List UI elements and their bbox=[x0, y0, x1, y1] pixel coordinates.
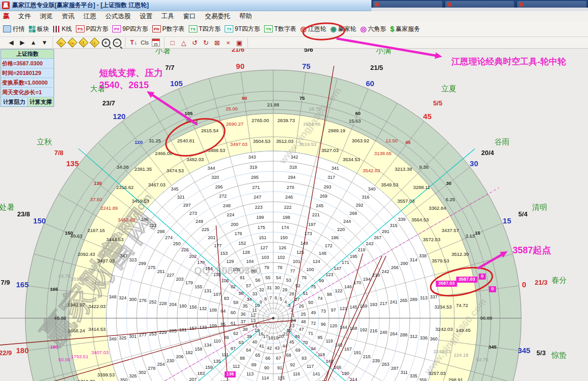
svg-text:336: 336 bbox=[420, 335, 428, 340]
gann-wheel-chart[interactable]: 赢家财富网www.yingjia360.comwww.yingjia360.co… bbox=[0, 0, 588, 381]
svg-text:149.45: 149.45 bbox=[456, 327, 471, 333]
forward-button[interactable]: ▶ bbox=[17, 37, 27, 48]
svg-text:3063.92: 3063.92 bbox=[352, 138, 369, 143]
svg-text:151: 151 bbox=[259, 235, 267, 240]
svg-text:20/4: 20/4 bbox=[481, 149, 494, 157]
pan-down-button[interactable]: ↓ bbox=[90, 37, 100, 48]
t-sort-button[interactable]: T↓ bbox=[129, 37, 139, 48]
svg-text:37.50: 37.50 bbox=[90, 197, 102, 202]
svg-text:118: 118 bbox=[318, 352, 325, 357]
svg-text:97: 97 bbox=[331, 308, 336, 313]
svg-text:3242.03: 3242.03 bbox=[435, 326, 452, 332]
svg-text:6: 6 bbox=[275, 295, 277, 300]
pan-right-button[interactable]: → bbox=[67, 37, 77, 48]
dollar-icon: $ bbox=[390, 25, 394, 33]
calendar-button[interactable]: 21 bbox=[151, 37, 161, 48]
svg-text:2241.89: 2241.89 bbox=[101, 205, 118, 211]
menu-item-8[interactable]: 交易委托 bbox=[200, 11, 235, 22]
svg-text:167: 167 bbox=[344, 347, 352, 352]
svg-text:3497.03: 3497.03 bbox=[230, 141, 247, 147]
svg-text:292: 292 bbox=[356, 203, 363, 208]
menu-item-3[interactable]: 江恩 bbox=[79, 11, 101, 22]
svg-text:75: 75 bbox=[302, 62, 311, 70]
zoom-in-button[interactable]: + bbox=[101, 37, 111, 48]
menu-item-0[interactable]: 文件 bbox=[14, 11, 35, 22]
pan-up-button[interactable]: ↑ bbox=[78, 37, 89, 48]
svg-text:350: 350 bbox=[120, 377, 128, 381]
svg-text:121: 121 bbox=[340, 306, 347, 311]
top-row: 赢 赢家江恩专业版[赢家服务平台] - [上证指数 江恩轮] bbox=[0, 0, 588, 11]
toolbar-button-K线[interactable]: K线 bbox=[53, 25, 72, 33]
svg-text:349: 349 bbox=[109, 336, 116, 341]
menu-item-1[interactable]: 浏览 bbox=[35, 11, 57, 22]
select-shape-button[interactable]: ▣ bbox=[234, 37, 244, 48]
svg-text:250: 250 bbox=[173, 241, 181, 246]
svg-text:44: 44 bbox=[282, 344, 287, 349]
step-up-button[interactable]: ▲ bbox=[28, 37, 38, 48]
toolbar-button-赢家服务[interactable]: $赢家服务 bbox=[390, 25, 420, 33]
toolbar-button-六角形[interactable]: ◎六角形 bbox=[360, 25, 386, 33]
svg-text:54: 54 bbox=[276, 275, 281, 280]
svg-text:17: 17 bbox=[263, 334, 268, 339]
toolbar-button-T四方形[interactable]: TST四方形 bbox=[189, 25, 221, 33]
svg-text:0: 0 bbox=[522, 280, 526, 289]
menu-item-5[interactable]: 设置 bbox=[135, 11, 157, 22]
svg-text:218: 218 bbox=[372, 273, 380, 278]
svg-text:154: 154 bbox=[205, 266, 213, 271]
toolbar-button-P四方形[interactable]: PSP四方形 bbox=[76, 25, 108, 33]
svg-text:34.38: 34.38 bbox=[116, 164, 129, 170]
clear-box-button[interactable]: ⊠ bbox=[212, 37, 222, 48]
svg-text:291: 291 bbox=[382, 229, 390, 234]
draw-triangle-button[interactable]: △ bbox=[179, 37, 189, 48]
cls-button[interactable]: Cls bbox=[140, 37, 150, 48]
svg-text:324: 324 bbox=[119, 295, 127, 300]
svg-text:0: 0 bbox=[491, 286, 494, 291]
svg-text:295: 295 bbox=[251, 175, 259, 180]
toolbar-button-江恩轮[interactable]: ◎江恩轮 bbox=[300, 25, 326, 33]
svg-text:3.13: 3.13 bbox=[466, 233, 475, 239]
menu-item-6[interactable]: 工具 bbox=[157, 11, 179, 22]
toolbar-button-9P四方形[interactable]: P99P四方形 bbox=[112, 25, 148, 33]
toolbar-button-赢家轮[interactable]: ◉赢家轮 bbox=[330, 25, 356, 33]
svg-text:180: 180 bbox=[179, 303, 187, 309]
svg-text:344: 344 bbox=[207, 166, 215, 171]
svg-text:42: 42 bbox=[267, 346, 272, 351]
rotate-cw-button[interactable]: ↻ bbox=[201, 37, 211, 48]
svg-text:182: 182 bbox=[185, 350, 193, 355]
svg-text:215: 215 bbox=[363, 354, 370, 359]
menu-item-2[interactable]: 资讯 bbox=[57, 11, 79, 22]
svg-text:198: 198 bbox=[283, 215, 290, 220]
toolbar-button-label: P四方形 bbox=[86, 25, 108, 33]
delete-shape-button[interactable]: × bbox=[223, 37, 233, 48]
toolbar-button-9T四方形[interactable]: T99T四方形 bbox=[225, 25, 260, 33]
index-info-panel: 上证指数 价格=3587.0300时间=20180129变换系数=1.00000… bbox=[1, 49, 54, 107]
draw-square-button[interactable]: □ bbox=[167, 37, 178, 48]
svg-text:22/9: 22/9 bbox=[0, 349, 12, 357]
svg-text:228: 228 bbox=[159, 301, 166, 306]
calc-resistance-button[interactable]: 计算阻力 bbox=[1, 97, 28, 106]
svg-text:345: 345 bbox=[488, 344, 497, 350]
svg-text:244: 244 bbox=[344, 219, 351, 224]
menu-item-9[interactable]: 帮助 bbox=[235, 11, 257, 22]
toolbar-button-行情[interactable]: 行情 bbox=[3, 25, 25, 33]
calc-support-button[interactable]: 计算支撑 bbox=[28, 97, 54, 106]
svg-text:15: 15 bbox=[503, 216, 512, 225]
back-button[interactable]: ◀ bbox=[6, 37, 16, 48]
toolbar-button-T数字表[interactable]: TNT数字表 bbox=[264, 25, 296, 33]
svg-text:34: 34 bbox=[246, 297, 251, 302]
toolbar-button-P数字表[interactable]: PNP数字表 bbox=[152, 25, 185, 33]
pan-left-button[interactable]: ← bbox=[56, 37, 66, 48]
rotate-ccw-button[interactable]: ↺ bbox=[190, 37, 200, 48]
svg-text:12.50: 12.50 bbox=[386, 138, 398, 143]
svg-text:150: 150 bbox=[280, 235, 287, 240]
zoom-out-button[interactable]: − bbox=[112, 37, 122, 48]
menu-item-7[interactable]: 窗口 bbox=[179, 11, 200, 22]
browser-tab bbox=[445, 1, 515, 8]
svg-text:293: 293 bbox=[324, 184, 331, 189]
sector-blocks-icon bbox=[29, 26, 35, 32]
step-down-button[interactable]: ▼ bbox=[39, 37, 50, 48]
svg-text:264: 264 bbox=[390, 331, 397, 336]
menu-item-4[interactable]: 公式选股 bbox=[101, 11, 135, 22]
toolbar-button-板块[interactable]: 板块 bbox=[29, 25, 49, 33]
svg-text:23/8: 23/8 bbox=[17, 210, 30, 218]
